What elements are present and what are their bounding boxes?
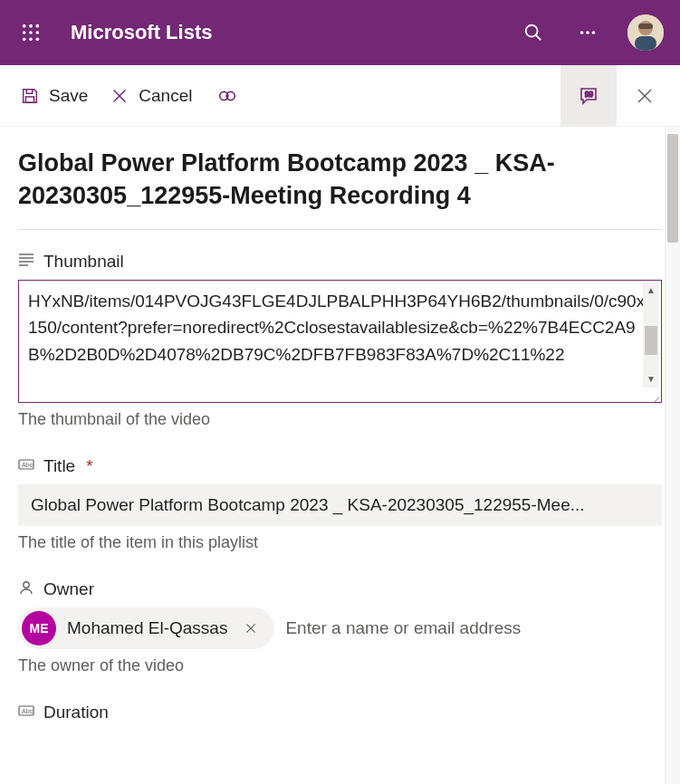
scroll-down-icon[interactable]: ▼ [643,371,659,387]
svg-line-30 [650,397,659,403]
owner-description: The owner of the video [18,656,662,675]
app-launcher-icon[interactable] [13,14,49,51]
close-panel-button[interactable] [617,65,673,127]
svg-point-8 [36,38,40,42]
thumbnail-input[interactable]: SvWxClNGnG X kH9isiXhbinFtM13DifC HYxNB/… [18,280,662,403]
field-label-owner: Owner [18,579,662,600]
multiline-icon [18,252,34,272]
scroll-up-icon[interactable]: ▲ [643,282,659,299]
save-label: Save [49,86,88,106]
cancel-label: Cancel [139,86,192,106]
person-icon [18,579,34,600]
thumbnail-description: The thumbnail of the video [18,410,662,429]
svg-point-13 [592,31,596,34]
owner-initials: ME [22,611,56,645]
copy-link-button[interactable] [210,81,241,111]
svg-text:Abc: Abc [22,462,34,468]
avatar[interactable] [627,14,664,51]
svg-rect-16 [635,36,656,51]
svg-point-3 [23,31,26,34]
command-bar: Save Cancel 99 [0,65,680,127]
resize-handle[interactable] [647,388,660,401]
svg-rect-17 [638,24,653,29]
form-content: Global Power Platform Bootcamp 2023 _ KS… [0,127,680,784]
scroll-thumb[interactable] [645,326,657,355]
more-icon[interactable] [573,18,602,47]
field-label-duration: Abc Duration [18,703,662,723]
comments-button[interactable]: 99 [560,65,617,127]
owner-people-input[interactable] [285,618,662,638]
title-input[interactable]: Global Power Platform Bootcamp 2023 _ KS… [18,484,662,526]
svg-point-12 [586,31,589,34]
svg-point-9 [526,25,538,37]
search-icon[interactable] [519,18,548,47]
svg-text:Abc: Abc [22,708,34,714]
svg-point-4 [29,31,33,34]
svg-point-7 [29,38,33,42]
field-label-title: Abc Title * [18,456,662,477]
svg-line-10 [536,35,541,41]
svg-point-34 [24,582,29,588]
svg-point-6 [23,38,26,42]
title-description: The title of the item in this playlist [18,533,662,552]
owner-name: Mohamed El-Qassas [67,618,227,638]
app-title: Microsoft Lists [71,21,508,44]
remove-person-button[interactable] [238,616,263,641]
required-indicator: * [86,456,92,476]
owner-person-pill[interactable]: ME Mohamed El-Qassas [18,607,274,649]
svg-point-5 [36,31,40,34]
textarea-scrollbar[interactable]: ▲ ▼ [643,282,659,387]
save-button[interactable]: Save [16,81,91,111]
svg-point-0 [23,24,26,28]
svg-point-1 [29,24,33,28]
app-header: Microsoft Lists [0,0,680,65]
page-title: Global Power Platform Bootcamp 2023 _ KS… [18,147,662,213]
svg-text:99: 99 [585,90,594,99]
text-field-icon: Abc [18,456,34,477]
svg-point-11 [580,31,584,34]
field-label-thumbnail: Thumbnail [18,252,662,272]
svg-rect-18 [25,96,34,101]
cancel-button[interactable]: Cancel [106,81,196,111]
page-scroll-thumb[interactable] [667,134,678,243]
divider [18,229,662,230]
svg-point-2 [36,24,40,28]
page-scrollbar[interactable] [665,127,680,784]
svg-line-31 [655,402,659,403]
text-field-icon: Abc [18,703,34,723]
